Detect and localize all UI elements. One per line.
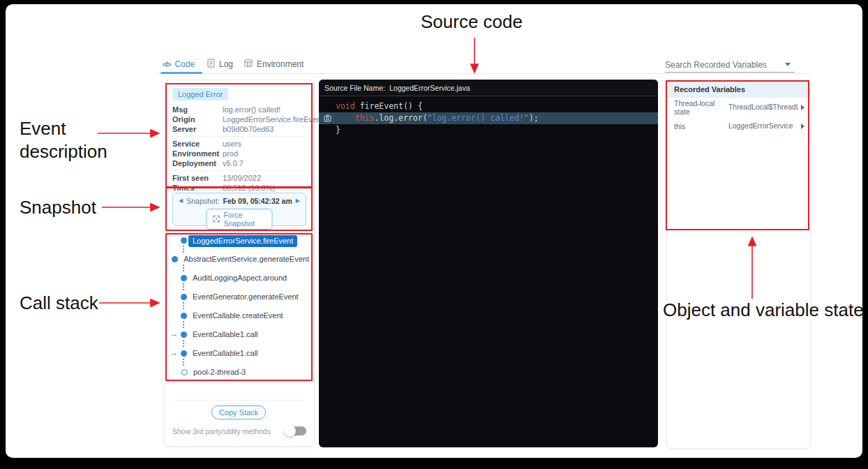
event-field-row: Environmentprod bbox=[172, 149, 306, 158]
third-party-toggle-row: Show 3rd party/utility methods bbox=[172, 426, 306, 436]
call-stack-frame[interactable]: LoggedErrorService.fireEvent bbox=[170, 235, 309, 254]
code-icon: </> bbox=[163, 61, 170, 68]
frame-label[interactable]: AbstractEventService.generateEvent bbox=[184, 254, 309, 265]
frame-label[interactable]: EventCallable.createEvent bbox=[193, 311, 283, 321]
source-editor: Source File Name: LoggedErrorService.jav… bbox=[319, 80, 658, 447]
expand-arrow-icon[interactable] bbox=[801, 105, 805, 110]
frame-dot-icon bbox=[172, 256, 178, 262]
event-field-key: Server bbox=[172, 124, 223, 134]
event-field-row: Times86,512 (18.8%) bbox=[172, 183, 306, 193]
frame-label[interactable]: EventCallable1.call bbox=[193, 348, 258, 359]
call-stack-frame[interactable]: EventCallable.createEvent bbox=[170, 311, 309, 329]
event-field-key: Times bbox=[172, 183, 223, 193]
variable-value: LoggedErrorService bbox=[728, 122, 798, 130]
call-stack-frame[interactable]: AuditLoggingAspect.around bbox=[170, 273, 309, 292]
snapshot-camera-icon[interactable] bbox=[319, 114, 336, 122]
code-line: } bbox=[319, 124, 658, 136]
tab-code[interactable]: </> Code bbox=[163, 59, 195, 69]
call-stack-frame[interactable]: pool-2-thread-3 bbox=[170, 367, 309, 386]
call-stack-frame[interactable]: →EventCallable1.call bbox=[170, 329, 309, 348]
tab-code-label: Code bbox=[174, 59, 195, 69]
event-fields: Msglog.error() called!OriginLoggedErrorS… bbox=[172, 105, 306, 193]
event-field-row: Msglog.error() called! bbox=[172, 105, 306, 114]
jump-arrow-icon: → bbox=[170, 329, 181, 338]
divider bbox=[172, 136, 306, 137]
event-field-value: v5.0.7 bbox=[223, 158, 244, 168]
code-line: void fireEvent() { bbox=[319, 100, 658, 112]
code-token bbox=[336, 112, 355, 124]
force-snapshot-button[interactable]: Force Snapshot bbox=[207, 209, 273, 230]
copy-stack-button[interactable]: Copy Stack bbox=[211, 405, 266, 419]
variable-name: Thread-local state bbox=[674, 99, 728, 116]
capture-frame-icon bbox=[213, 215, 220, 224]
force-snapshot-label: Force Snapshot bbox=[224, 211, 267, 228]
frame-label[interactable]: EventGenerator.generateEvent bbox=[193, 292, 299, 302]
frame-dot-icon bbox=[181, 369, 188, 375]
log-icon bbox=[207, 59, 215, 70]
code-token: "log.error() called!" bbox=[428, 112, 529, 124]
snapshot-timestamp: Feb 09, 05:42:32 am bbox=[223, 197, 292, 205]
tab-log[interactable]: Log bbox=[207, 59, 233, 70]
frame-label[interactable]: EventCallable1.call bbox=[193, 329, 258, 340]
annotation-object-state: Object and variable state bbox=[663, 299, 868, 322]
event-field-value: log.error() called! bbox=[223, 105, 280, 114]
third-party-toggle-switch[interactable] bbox=[285, 426, 306, 436]
event-field-row: First seen13/09/2022 bbox=[172, 173, 306, 183]
divider bbox=[172, 170, 306, 171]
editor-header: Source File Name: LoggedErrorService.jav… bbox=[319, 80, 658, 96]
event-field-key: Msg bbox=[172, 105, 223, 114]
next-snapshot-icon[interactable]: ▶ bbox=[296, 198, 300, 204]
frame-label[interactable]: pool-2-thread-3 bbox=[193, 367, 246, 378]
event-field-key: Service bbox=[172, 139, 223, 149]
prev-snapshot-icon[interactable]: ◀ bbox=[179, 198, 183, 204]
frame-label[interactable]: LoggedErrorService.fireEvent bbox=[188, 235, 297, 247]
tab-log-label: Log bbox=[219, 59, 233, 69]
snapshot-label: Snapshot: bbox=[186, 197, 219, 205]
event-field-value: b09d0b70ed63 bbox=[223, 124, 274, 134]
call-stack-frame[interactable]: →EventCallable1.call bbox=[170, 348, 309, 367]
variable-row[interactable]: Thread-local stateThreadLocal$ThreadL... bbox=[667, 98, 810, 117]
frame-dot-icon bbox=[181, 275, 187, 281]
search-recorded-variables-select[interactable]: Search Recorded Variables bbox=[665, 57, 795, 73]
recorded-variables-panel: Recorded Variables Thread-local stateThr… bbox=[666, 80, 811, 449]
event-field-value: users bbox=[223, 139, 241, 149]
grid-icon bbox=[244, 59, 253, 69]
code-token: .log.error( bbox=[374, 112, 427, 124]
frame-dot-icon bbox=[181, 313, 187, 319]
recorded-variables-rows: Thread-local stateThreadLocal$ThreadL...… bbox=[667, 98, 810, 135]
event-field-row: Serverb09d0b70ed63 bbox=[172, 124, 306, 134]
source-file-name-label: Source File Name: bbox=[324, 84, 385, 92]
third-party-toggle-label: Show 3rd party/utility methods bbox=[172, 427, 271, 436]
code-token: void bbox=[336, 100, 355, 112]
event-field-key: Environment bbox=[172, 149, 223, 158]
event-field-key: Origin bbox=[172, 114, 223, 124]
expand-arrow-icon[interactable] bbox=[801, 124, 805, 129]
event-field-value: LoggedErrorService.fireEvent bbox=[223, 114, 323, 124]
active-tab-underline bbox=[160, 72, 202, 74]
frame-dot-icon bbox=[181, 350, 187, 357]
annotation-snapshot: Snapshot bbox=[20, 196, 96, 219]
divider bbox=[172, 400, 305, 401]
annotation-event-description: Event description bbox=[20, 117, 142, 163]
source-file-name: LoggedErrorService.java bbox=[389, 84, 470, 92]
call-stack-frame[interactable]: EventGenerator.generateEvent bbox=[170, 292, 309, 311]
frame-dot-icon bbox=[181, 294, 187, 300]
event-field-value: 86,512 (18.8%) bbox=[223, 183, 275, 193]
event-field-value: 13/09/2022 bbox=[223, 173, 261, 183]
call-stack-list: LoggedErrorService.fireEventAbstractEven… bbox=[170, 235, 309, 386]
tabbar-divider bbox=[155, 73, 811, 74]
call-stack-frame[interactable]: AbstractEventService.generateEvent bbox=[170, 254, 309, 273]
tab-environment[interactable]: Environment bbox=[244, 59, 304, 69]
variable-value: ThreadLocal$ThreadL... bbox=[728, 103, 798, 111]
event-field-row: OriginLoggedErrorService.fireEvent bbox=[172, 114, 306, 124]
code-area: void fireEvent() { this.log.error("log.e… bbox=[319, 100, 658, 136]
jump-arrow-icon: → bbox=[170, 348, 181, 357]
frame-dot-icon bbox=[181, 332, 187, 338]
variable-name: this bbox=[674, 122, 728, 131]
variable-row[interactable]: thisLoggedErrorService bbox=[667, 117, 810, 135]
search-select-label: Search Recorded Variables bbox=[665, 60, 767, 70]
frame-label[interactable]: AuditLoggingAspect.around bbox=[193, 273, 287, 283]
code-token: fireEvent() { bbox=[355, 100, 423, 112]
annotation-source-code: Source code bbox=[388, 10, 555, 34]
snapshot-nav-row: ◀ Snapshot: Feb 09, 05:42:32 am ▶ bbox=[173, 197, 306, 205]
